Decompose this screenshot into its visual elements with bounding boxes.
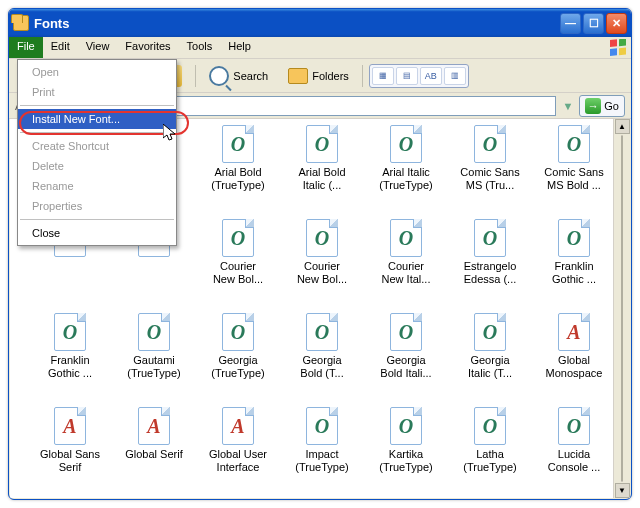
font-label: GeorgiaBold (T... xyxy=(300,354,343,380)
windows-logo-icon xyxy=(609,39,627,57)
font-item[interactable]: OFranklinGothic ... xyxy=(534,219,614,309)
font-item[interactable]: OComic SansMS (Tru... xyxy=(450,125,530,215)
raster-a-icon: A xyxy=(558,313,590,351)
go-icon: → xyxy=(585,98,601,114)
menu-file[interactable]: File xyxy=(9,37,43,58)
maximize-button[interactable]: ☐ xyxy=(583,13,604,34)
go-label: Go xyxy=(604,100,619,112)
menu-view[interactable]: View xyxy=(78,37,118,58)
opentype-icon: O xyxy=(306,313,338,351)
font-label: CourierNew Bol... xyxy=(213,260,263,286)
font-item[interactable]: OArial Bold(TrueType) xyxy=(198,125,278,215)
font-label: LucidaConsole ... xyxy=(548,448,601,474)
font-item[interactable]: OComic SansMS Bold ... xyxy=(534,125,614,215)
font-label: CourierNew Ital... xyxy=(382,260,431,286)
separator xyxy=(195,65,196,87)
raster-a-icon: A xyxy=(138,407,170,445)
opentype-icon: O xyxy=(390,219,422,257)
font-item[interactable]: OEstrangeloEdessa (... xyxy=(450,219,530,309)
font-item[interactable]: OKartika(TrueType) xyxy=(366,407,446,497)
menu-item-open: Open xyxy=(18,62,176,82)
titlebar: Fonts — ☐ ✕ xyxy=(9,9,631,37)
font-item[interactable]: OGeorgiaItalic (T... xyxy=(450,313,530,403)
view-list[interactable]: ▤ xyxy=(396,67,418,85)
svg-rect-2 xyxy=(610,48,617,56)
font-item[interactable]: OCourierNew Ital... xyxy=(366,219,446,309)
font-label: Arial Bold(TrueType) xyxy=(211,166,264,192)
view-large-icons[interactable]: ▦ xyxy=(372,67,394,85)
opentype-icon: O xyxy=(222,125,254,163)
opentype-icon: O xyxy=(306,407,338,445)
search-button[interactable]: Search xyxy=(202,62,275,90)
vertical-scrollbar[interactable]: ▲ ▼ xyxy=(613,119,630,498)
font-label: GlobalMonospace xyxy=(546,354,603,380)
menu-item-delete: Delete xyxy=(18,156,176,176)
font-item[interactable]: OGautami(TrueType) xyxy=(114,313,194,403)
search-label: Search xyxy=(233,70,268,82)
font-item[interactable]: OCourierNew Bol... xyxy=(198,219,278,309)
svg-rect-1 xyxy=(619,39,626,46)
folder-icon xyxy=(13,15,29,31)
font-label: Global UserInterface xyxy=(209,448,267,474)
font-item[interactable]: OArial Italic(TrueType) xyxy=(366,125,446,215)
menu-item-print: Print xyxy=(18,82,176,102)
font-label: Comic SansMS Bold ... xyxy=(544,166,603,192)
menu-edit[interactable]: Edit xyxy=(43,37,78,58)
opentype-icon: O xyxy=(390,125,422,163)
font-item[interactable]: OCourierNew Bol... xyxy=(282,219,362,309)
separator xyxy=(362,65,363,87)
folders-icon xyxy=(288,68,308,84)
font-label: FranklinGothic ... xyxy=(552,260,596,286)
menu-separator xyxy=(20,219,174,220)
font-item[interactable]: OLucidaConsole ... xyxy=(534,407,614,497)
font-item[interactable]: OFranklinGothic ... xyxy=(30,313,110,403)
close-button[interactable]: ✕ xyxy=(606,13,627,34)
folders-button[interactable]: Folders xyxy=(281,64,356,88)
font-label: Kartika(TrueType) xyxy=(379,448,432,474)
menu-favorites[interactable]: Favorites xyxy=(117,37,178,58)
menu-item-install-new-font[interactable]: Install New Font... xyxy=(18,109,176,129)
font-item[interactable]: OLatha(TrueType) xyxy=(450,407,530,497)
view-similar[interactable]: AB xyxy=(420,67,442,85)
view-details[interactable]: ▥ xyxy=(444,67,466,85)
raster-a-icon: A xyxy=(54,407,86,445)
opentype-icon: O xyxy=(390,407,422,445)
svg-rect-0 xyxy=(610,39,617,47)
menu-item-create-shortcut: Create Shortcut xyxy=(18,136,176,156)
opentype-icon: O xyxy=(558,407,590,445)
font-item[interactable]: AGlobal UserInterface xyxy=(198,407,278,497)
opentype-icon: O xyxy=(558,219,590,257)
scroll-down-arrow[interactable]: ▼ xyxy=(615,483,630,498)
opentype-icon: O xyxy=(390,313,422,351)
go-button[interactable]: → Go xyxy=(579,95,625,117)
window-title: Fonts xyxy=(34,16,560,31)
opentype-icon: O xyxy=(474,313,506,351)
opentype-icon: O xyxy=(54,313,86,351)
font-label: Global SansSerif xyxy=(40,448,100,474)
opentype-icon: O xyxy=(222,219,254,257)
font-label: Comic SansMS (Tru... xyxy=(460,166,519,192)
folders-label: Folders xyxy=(312,70,349,82)
font-item[interactable]: OArial BoldItalic (... xyxy=(282,125,362,215)
opentype-icon: O xyxy=(222,313,254,351)
menu-separator xyxy=(20,132,174,133)
menu-item-close[interactable]: Close xyxy=(18,223,176,243)
minimize-button[interactable]: — xyxy=(560,13,581,34)
font-item[interactable]: OGeorgiaBold Itali... xyxy=(366,313,446,403)
font-item[interactable]: AGlobal SansSerif xyxy=(30,407,110,497)
menu-tools[interactable]: Tools xyxy=(179,37,221,58)
font-item[interactable]: OGeorgiaBold (T... xyxy=(282,313,362,403)
chevron-down-icon[interactable]: ▼ xyxy=(562,100,573,112)
font-item[interactable]: OImpact(TrueType) xyxy=(282,407,362,497)
font-label: Arial Italic(TrueType) xyxy=(379,166,432,192)
font-label: Gautami(TrueType) xyxy=(127,354,180,380)
scroll-thumb[interactable] xyxy=(621,135,623,482)
menu-item-properties: Properties xyxy=(18,196,176,216)
font-label: GeorgiaItalic (T... xyxy=(468,354,512,380)
font-item[interactable]: OGeorgia(TrueType) xyxy=(198,313,278,403)
scroll-up-arrow[interactable]: ▲ xyxy=(615,119,630,134)
menu-item-rename: Rename xyxy=(18,176,176,196)
font-item[interactable]: AGlobal Serif xyxy=(114,407,194,497)
menu-help[interactable]: Help xyxy=(220,37,259,58)
font-item[interactable]: AGlobalMonospace xyxy=(534,313,614,403)
